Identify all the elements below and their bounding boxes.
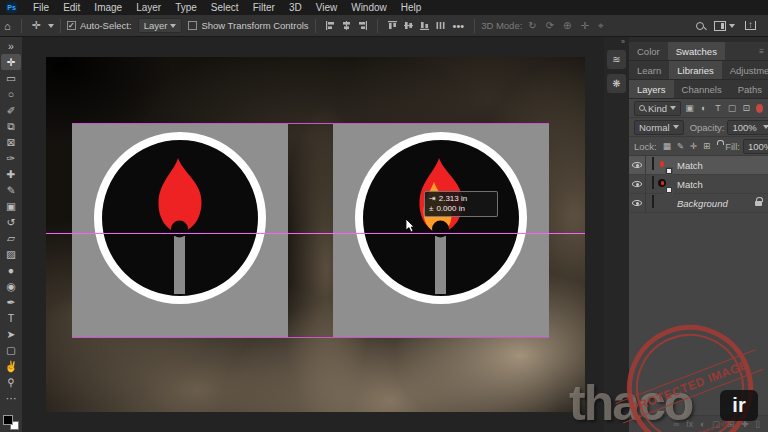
more-options-icon[interactable]: ••• — [449, 20, 469, 32]
tab-color[interactable]: Color — [629, 42, 668, 60]
document-canvas[interactable]: ⇥ 2.313 in ± 0.000 in — [46, 57, 585, 412]
show-transform-checkbox[interactable] — [188, 21, 197, 30]
align-left-edges-icon[interactable] — [325, 20, 336, 31]
menu-item-type[interactable]: Type — [168, 2, 204, 13]
match-tile-left[interactable] — [72, 124, 288, 337]
chevron-down-icon[interactable] — [48, 24, 54, 28]
tab-channels[interactable]: Channels — [674, 80, 730, 98]
eraser-tool[interactable]: ▱ — [1, 230, 21, 246]
layer-name[interactable]: Match — [677, 179, 703, 190]
blend-mode-dropdown[interactable]: Normal — [634, 120, 684, 135]
align-right-edges-icon[interactable] — [357, 20, 368, 31]
menu-item-help[interactable]: Help — [394, 2, 429, 13]
filter-shape-layers-icon[interactable]: ▢ — [726, 101, 737, 115]
expand-panels-icon[interactable]: » — [604, 36, 629, 45]
canvas-pasteboard[interactable]: ⇥ 2.313 in ± 0.000 in — [22, 36, 604, 432]
crop-tool[interactable]: ⧉ — [1, 118, 21, 134]
healing-brush-tool[interactable]: ✚ — [1, 166, 21, 182]
tab-libraries[interactable]: Libraries — [669, 61, 721, 79]
align-horizontal-centers-icon[interactable] — [341, 20, 352, 31]
lock-position-icon[interactable]: ✛ — [690, 141, 697, 151]
history-brush-tool[interactable]: ↺ — [1, 214, 21, 230]
align-top-edges-icon[interactable] — [387, 20, 398, 31]
layer-name[interactable]: Match — [677, 160, 703, 171]
share-icon[interactable]: ↑ — [745, 21, 756, 30]
chevron-down-icon[interactable] — [729, 24, 735, 28]
menu-item-filter[interactable]: Filter — [246, 2, 282, 13]
align-bottom-edges-icon[interactable] — [419, 20, 430, 31]
tab-paths[interactable]: Paths — [730, 80, 768, 98]
fill-dropdown[interactable]: 100% — [743, 139, 768, 154]
panel-menu-icon[interactable]: ≡ — [759, 47, 768, 56]
rectangle-tool[interactable]: ▢ — [1, 342, 21, 358]
brush-tool[interactable]: ✎ — [1, 182, 21, 198]
menu-item-view[interactable]: View — [309, 2, 345, 13]
gradient-tool[interactable]: ▨ — [1, 246, 21, 262]
eyedropper-tool[interactable]: ✑ — [1, 150, 21, 166]
filter-type-layers-icon[interactable]: T — [712, 101, 723, 115]
frame-tool[interactable]: ⊠ — [1, 134, 21, 150]
blur-tool[interactable]: ● — [1, 262, 21, 278]
clone-stamp-tool[interactable]: ▣ — [1, 198, 21, 214]
edit-toolbar-icon[interactable]: ⋯ — [1, 390, 21, 406]
dodge-tool[interactable]: ◉ — [1, 278, 21, 294]
collapse-tools-icon[interactable]: » — [1, 38, 21, 54]
visibility-cell[interactable] — [629, 175, 646, 193]
tab-swatches[interactable]: Swatches — [668, 42, 725, 60]
move-tool[interactable]: ✛ — [1, 54, 21, 70]
menu-item-file[interactable]: File — [26, 2, 56, 13]
menu-item-layer[interactable]: Layer — [129, 2, 168, 13]
layer-thumbnail[interactable] — [652, 177, 670, 191]
align-vertical-centers-icon[interactable] — [403, 20, 414, 31]
filter-pixel-layers-icon[interactable]: ▣ — [684, 101, 695, 115]
move-tool-preset-icon[interactable]: ✛ — [28, 19, 45, 32]
3d-scale-icon[interactable]: ⌖ — [598, 20, 604, 32]
tab-layers[interactable]: Layers — [629, 80, 674, 98]
type-tool[interactable]: T — [1, 310, 21, 326]
filter-kind-dropdown[interactable]: Kind — [634, 101, 681, 116]
3d-drag-icon[interactable]: ⊕ — [563, 20, 571, 32]
tab-adjustments[interactable]: Adjustments — [722, 61, 768, 79]
menu-item-window[interactable]: Window — [344, 2, 394, 13]
home-icon[interactable]: ⌂ — [0, 20, 15, 32]
quick-selection-tool[interactable]: ✐ — [1, 102, 21, 118]
hand-tool[interactable]: ✌ — [1, 358, 21, 374]
3d-slide-icon[interactable]: ✛ — [581, 20, 589, 32]
match-tile-right[interactable] — [333, 124, 549, 337]
visibility-cell[interactable] — [629, 156, 646, 174]
layer-thumbnail[interactable] — [652, 196, 670, 210]
menu-item-image[interactable]: Image — [87, 2, 129, 13]
menu-item-edit[interactable]: Edit — [56, 2, 87, 13]
filter-adjustment-layers-icon[interactable]: ◐ — [698, 101, 709, 115]
foreground-color-swatch[interactable] — [3, 415, 13, 425]
lock-transparency-icon[interactable]: ▦ — [663, 141, 671, 151]
distribute-icon[interactable] — [435, 20, 446, 31]
brushes-panel-icon[interactable]: ≋ — [607, 50, 626, 69]
search-icon[interactable] — [696, 22, 704, 30]
3d-roll-icon[interactable]: ⟳ — [546, 20, 554, 32]
patterns-panel-icon[interactable]: ❋ — [607, 74, 626, 93]
3d-orbit-icon[interactable]: ↻ — [528, 20, 536, 32]
lock-artboard-icon[interactable]: ⊞ — [703, 141, 710, 151]
layer-name[interactable]: Background — [677, 198, 728, 209]
auto-select-checkbox[interactable] — [67, 21, 76, 30]
tab-learn[interactable]: Learn — [629, 61, 669, 79]
pen-tool[interactable]: ✒ — [1, 294, 21, 310]
zoom-tool[interactable]: ⚲ — [1, 374, 21, 390]
path-selection-tool[interactable]: ➤ — [1, 326, 21, 342]
opacity-dropdown[interactable]: 100% — [727, 120, 768, 135]
lasso-tool[interactable]: ○ — [1, 86, 21, 102]
layer-thumbnail[interactable] — [652, 158, 670, 172]
lock-pixels-icon[interactable]: ✎ — [677, 141, 684, 151]
rectangular-marquee-tool[interactable]: ▭ — [1, 70, 21, 86]
workspace-switcher-icon[interactable] — [714, 21, 726, 31]
layer-row-match-2[interactable]: Match — [629, 175, 768, 194]
visibility-cell[interactable] — [629, 194, 646, 212]
menu-item-3d[interactable]: 3D — [282, 2, 309, 13]
auto-select-target-dropdown[interactable]: Layer — [138, 18, 183, 33]
filter-smart-objects-icon[interactable]: ⊡ — [741, 101, 752, 115]
layer-row-match-1[interactable]: Match — [629, 156, 768, 175]
menu-item-select[interactable]: Select — [204, 2, 246, 13]
layer-filtering-toggle[interactable] — [756, 104, 763, 113]
layer-row-background[interactable]: Background — [629, 194, 768, 213]
